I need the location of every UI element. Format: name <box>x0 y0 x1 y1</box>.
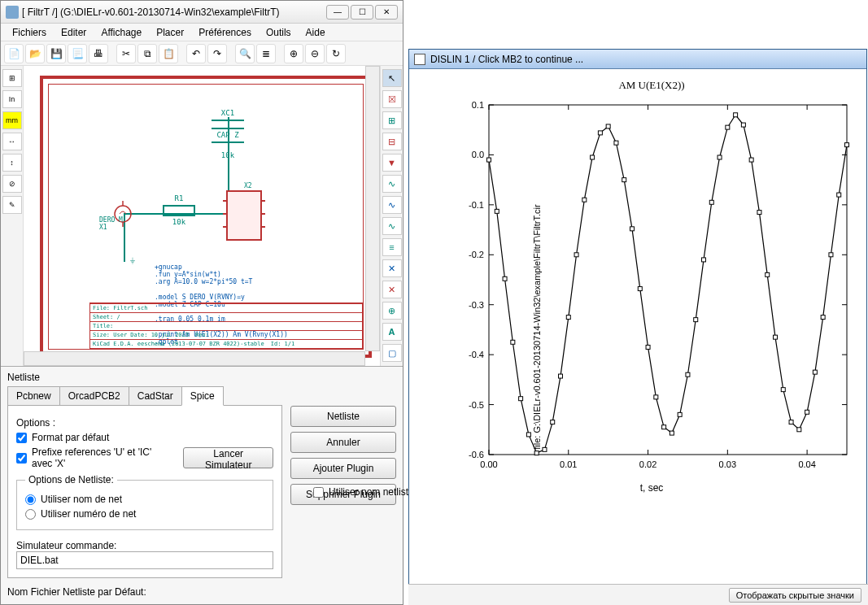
rt-junction-icon[interactable]: ✕ <box>382 281 402 298</box>
rt-noconn-icon[interactable]: ✕ <box>382 259 402 277</box>
rt-component-icon[interactable]: ⊞ <box>382 111 402 129</box>
radio-use-name[interactable] <box>25 494 36 505</box>
tool-copy-icon[interactable]: ⧉ <box>137 44 157 63</box>
netlist-options-legend: Options de Netliste: <box>25 474 117 485</box>
canvas-scroll-v[interactable] <box>365 66 380 351</box>
rt-bus-icon[interactable]: ∿ <box>382 196 402 214</box>
svg-rect-42 <box>495 209 499 213</box>
rt-select-icon[interactable]: ↖ <box>382 69 402 87</box>
cap-val2: 10k <box>212 151 244 160</box>
kicad-app-icon <box>6 6 19 19</box>
tool-netlist-icon[interactable]: ≣ <box>256 44 276 63</box>
netliste-button[interactable]: Netliste <box>290 406 396 427</box>
svg-text:-0.1: -0.1 <box>469 200 484 210</box>
chart-title: AM U(E1(X2)) <box>445 79 858 92</box>
svg-rect-59 <box>630 227 635 231</box>
tool-cut-icon[interactable]: ✂ <box>116 44 136 63</box>
tool-zoom-in-icon[interactable]: ⊕ <box>284 44 303 63</box>
tool-undo-icon[interactable]: ↶ <box>186 44 206 63</box>
tool-open-icon[interactable]: 📂 <box>25 44 45 63</box>
lt-cursor-icon[interactable]: ↔ <box>2 133 22 150</box>
netliste-tabs: Pcbnew OrcadPCB2 CadStar Spice <box>7 386 282 406</box>
tool-print-icon[interactable]: 🖶 <box>89 44 108 63</box>
lt-pencil-icon[interactable]: ✎ <box>2 196 22 214</box>
annuler-button[interactable]: Annuler <box>290 432 396 453</box>
kicad-titlebar[interactable]: [ FiltrT /] (G:\DIELr-v0.601-20130714-Wi… <box>1 1 403 24</box>
rt-wire-icon[interactable]: ∿ <box>382 175 402 193</box>
svg-rect-44 <box>511 340 515 344</box>
svg-text:0.0: 0.0 <box>472 150 484 159</box>
svg-text:-0.2: -0.2 <box>469 250 484 259</box>
canvas-scroll-h[interactable] <box>24 351 365 366</box>
tab-orcad[interactable]: OrcadPCB2 <box>59 386 129 406</box>
lt-in-icon[interactable]: In <box>2 90 22 108</box>
tb-rev: Rev: <box>195 332 209 338</box>
tool-zoom-out-icon[interactable]: ⊖ <box>305 44 325 63</box>
tool-save-icon[interactable]: 💾 <box>46 44 66 63</box>
menu-editer[interactable]: Editer <box>55 25 93 40</box>
dislin-title-text: DISLIN 1 / Click MB2 to continue ... <box>430 54 583 65</box>
netlist-options-fieldset: Options de Netliste: Utiliser nom de net… <box>16 474 273 530</box>
lt-grid-icon[interactable]: ⊞ <box>2 69 22 87</box>
svg-rect-62 <box>654 395 658 399</box>
tool-paste-icon[interactable]: 📋 <box>159 44 178 63</box>
rt-highlight-icon[interactable]: ☒ <box>382 90 402 108</box>
tool-find-icon[interactable]: 🔍 <box>235 44 255 63</box>
lt-v-icon[interactable]: ↕ <box>2 154 22 172</box>
svg-rect-60 <box>638 287 642 291</box>
rt-busentry-icon[interactable]: ≡ <box>382 238 402 256</box>
tool-redo-icon[interactable]: ↷ <box>207 44 227 63</box>
svg-rect-63 <box>662 425 666 429</box>
tab-cadstar[interactable]: CadStar <box>129 386 182 406</box>
svg-rect-69 <box>709 200 713 204</box>
rt-label-icon[interactable]: ⊕ <box>382 302 402 320</box>
tool-new-icon[interactable]: 📄 <box>4 44 24 63</box>
menu-fichiers[interactable]: Fichiers <box>6 25 53 40</box>
menu-aide[interactable]: Aide <box>299 25 332 40</box>
svg-rect-41 <box>487 158 491 162</box>
rt-entry-icon[interactable]: ∿ <box>382 217 402 235</box>
menu-affichage[interactable]: Affichage <box>94 25 148 40</box>
maximize-button[interactable]: ☐ <box>351 5 373 20</box>
tab-spice[interactable]: Spice <box>181 386 224 406</box>
menu-placer[interactable]: Placer <box>150 25 190 40</box>
taskbar: Отображать скрытые значки <box>408 584 868 605</box>
svg-rect-68 <box>702 258 706 262</box>
lt-noentry-icon[interactable]: ⊘ <box>2 175 22 193</box>
svg-rect-56 <box>606 124 610 128</box>
tool-page-icon[interactable]: 📃 <box>68 44 87 63</box>
svg-rect-86 <box>845 143 849 147</box>
r1-ref: R1 <box>163 194 195 203</box>
menu-outils[interactable]: Outils <box>260 25 298 40</box>
sim-command-input[interactable] <box>16 551 273 569</box>
menu-preferences[interactable]: Préférences <box>192 25 258 40</box>
rt-pin-icon[interactable]: ▼ <box>382 154 402 172</box>
main-toolbar: 📄 📂 💾 📃 🖶 ✂ ⧉ 📋 ↶ ↷ 🔍 ≣ ⊕ ⊖ ↻ <box>1 41 403 66</box>
chk-use-netlist-name[interactable] <box>313 487 324 498</box>
ajouter-plugin-button[interactable]: Ajouter Plugin <box>290 458 396 479</box>
chip-ref: X2 <box>244 182 252 189</box>
svg-rect-58 <box>622 178 626 182</box>
svg-rect-65 <box>678 412 682 416</box>
chk-format-default[interactable] <box>16 433 27 443</box>
close-button[interactable]: ✕ <box>375 5 398 20</box>
taskbar-hidden-icons-button[interactable]: Отображать скрытые значки <box>729 588 861 603</box>
rt-power-icon[interactable]: ⊟ <box>382 133 402 150</box>
tab-pcbnew[interactable]: Pcbnew <box>7 386 60 406</box>
rt-sheet-icon[interactable]: ▢ <box>382 344 402 362</box>
tool-refresh-icon[interactable]: ↻ <box>326 44 346 63</box>
radio-use-number[interactable] <box>25 509 36 520</box>
radio-use-name-label: Utiliser nom de net <box>41 494 122 505</box>
tb-file: File: FiltrT.sch <box>93 305 147 311</box>
lt-mm-icon[interactable]: mm <box>2 111 22 129</box>
launch-simulator-button[interactable]: Lancer Simulateur <box>183 447 273 468</box>
svg-rect-52 <box>574 253 578 257</box>
menubar: Fichiers Editer Affichage Placer Préfére… <box>1 24 403 41</box>
minimize-button[interactable]: — <box>326 5 349 20</box>
svg-text:-0.4: -0.4 <box>469 350 484 359</box>
svg-rect-53 <box>582 198 587 202</box>
dislin-titlebar[interactable]: DISLIN 1 / Click MB2 to continue ... <box>409 50 866 69</box>
chk-prefix[interactable] <box>16 453 27 464</box>
rt-text-icon[interactable]: A <box>382 323 402 341</box>
schematic-canvas[interactable]: DERO M X1 XC1 CAP Z 10k R1 10k X2 <box>24 66 380 366</box>
